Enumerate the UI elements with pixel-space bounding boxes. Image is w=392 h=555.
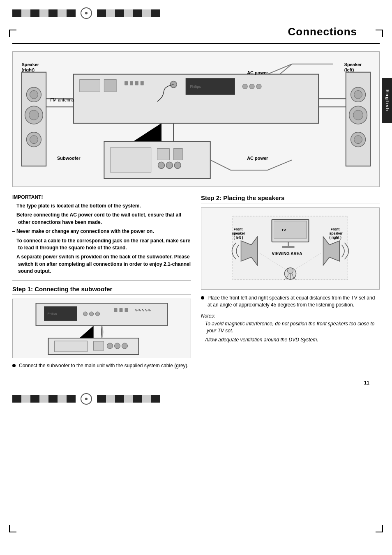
top-bar	[0, 0, 392, 19]
svg-text:Philips: Philips	[48, 312, 58, 315]
divider-1	[12, 280, 191, 281]
crosshair-icon	[81, 7, 92, 19]
svg-text:AC power: AC power	[247, 156, 268, 161]
important-bullet-4: To connect a cable to the corresponding …	[12, 237, 191, 252]
svg-point-13	[353, 110, 363, 120]
step2-diagram: TV VIEWING AREA	[201, 207, 380, 290]
important-bullet-1: The type plate is located at the bottom …	[12, 203, 191, 210]
step1-diagram: Philips ∿∿∿∿∿	[12, 299, 191, 358]
crosshair-bottom-icon	[81, 393, 92, 405]
svg-point-58	[122, 343, 128, 349]
bullet3-bold: Never make or change any connections wit…	[16, 228, 154, 234]
svg-rect-51	[125, 308, 128, 312]
svg-point-4	[29, 110, 39, 120]
svg-text:AC power: AC power	[247, 70, 268, 75]
body-content: IMPORTANT! The type plate is located at …	[12, 194, 380, 373]
svg-text:VIEWING AREA: VIEWING AREA	[272, 251, 302, 256]
bullet1-bold: The type plate is located at the bottom …	[16, 203, 141, 209]
corner-mark-tl	[9, 30, 16, 37]
svg-text:( left ): ( left )	[234, 235, 243, 240]
language-tab: English	[382, 78, 392, 123]
bullet4-bold: To connect a cable to the corresponding …	[16, 238, 190, 251]
notes-label: Notes:	[201, 313, 380, 319]
svg-rect-54	[55, 341, 88, 352]
svg-point-15	[354, 136, 362, 144]
svg-text:Front: Front	[331, 227, 340, 231]
svg-rect-21	[125, 81, 128, 85]
svg-point-11	[354, 90, 362, 99]
bullet-circle-2	[201, 296, 204, 299]
step2-heading: Step 2: Placing the speakers	[201, 194, 380, 203]
step2-bullet: Place the front left and right speakers …	[201, 295, 380, 309]
note-2: Allow adequate ventilation around the DV…	[201, 336, 380, 343]
important-bullet-2: Before connecting the AC power cord to t…	[12, 212, 191, 226]
svg-text:speaker: speaker	[330, 231, 343, 235]
bullet5-bold: A separate power switch is provided on t…	[16, 254, 191, 274]
svg-point-39	[174, 162, 181, 168]
svg-point-37	[158, 162, 165, 168]
svg-rect-19	[80, 80, 100, 92]
svg-point-38	[166, 162, 173, 168]
step1-bullet: Connect the subwoofer to the main unit w…	[12, 362, 191, 369]
main-connection-diagram: Speaker (right) Speaker (left) Philips	[12, 51, 380, 187]
svg-point-48	[96, 312, 100, 316]
bullet-circle-1	[12, 364, 16, 367]
page-title-area: Connections	[12, 22, 380, 44]
checker-bar-bottom-right	[97, 395, 160, 403]
svg-text:TV: TV	[281, 228, 286, 232]
svg-rect-50	[120, 308, 123, 312]
svg-text:Speaker: Speaker	[22, 62, 39, 67]
corner-mark-br	[376, 525, 383, 532]
left-column: IMPORTANT! The type plate is located at …	[12, 194, 191, 373]
page-title: Connections	[288, 25, 357, 38]
bullet2-bold: Before connecting the AC power cord to t…	[16, 212, 181, 225]
step1-bullet-text: Connect the subwoofer to the main unit w…	[19, 362, 189, 369]
svg-rect-23	[135, 81, 138, 85]
svg-point-29	[249, 84, 254, 89]
svg-text:(right): (right)	[22, 67, 35, 72]
svg-text:Front: Front	[234, 227, 243, 231]
right-column: Step 2: Placing the speakers TV	[201, 194, 380, 373]
svg-text:Speaker: Speaker	[344, 62, 362, 67]
checker-bar-left	[12, 9, 76, 17]
step1-heading: Step 1: Connecting the subwoofer	[12, 286, 191, 295]
svg-point-56	[107, 343, 113, 349]
svg-text:Philips: Philips	[190, 85, 201, 89]
svg-point-47	[90, 312, 94, 316]
important-bullet-5: A separate power switch is provided on t…	[12, 253, 191, 275]
note-1-text: To avoid magnetic interference, do not p…	[205, 321, 374, 334]
svg-rect-20	[104, 80, 116, 92]
svg-text:∿∿∿∿∿: ∿∿∿∿∿	[135, 308, 151, 312]
svg-point-6	[30, 136, 38, 144]
svg-text:Subwoofer: Subwoofer	[57, 156, 81, 161]
svg-point-2	[30, 90, 38, 99]
svg-rect-64	[282, 246, 295, 248]
svg-text:speaker: speaker	[232, 231, 246, 235]
svg-rect-36	[173, 149, 182, 160]
svg-point-46	[83, 312, 88, 316]
svg-text:(left): (left)	[344, 67, 354, 72]
svg-point-57	[115, 343, 120, 349]
svg-text:FM antenna: FM antenna	[50, 97, 74, 102]
corner-mark-tr	[376, 30, 383, 37]
step2-bullet-text: Place the front left and right speakers …	[208, 295, 380, 309]
svg-rect-49	[114, 308, 118, 312]
corner-mark-bl	[9, 525, 16, 532]
svg-rect-24	[141, 81, 144, 85]
svg-point-28	[242, 84, 247, 89]
checker-bar-bottom-left	[12, 395, 76, 403]
svg-rect-55	[94, 341, 104, 350]
svg-rect-22	[130, 81, 133, 85]
checker-bar-right	[97, 9, 160, 17]
page-number: 11	[0, 373, 392, 390]
svg-point-67	[288, 268, 293, 274]
important-heading: IMPORTANT!	[12, 194, 191, 200]
svg-rect-35	[157, 149, 170, 160]
svg-text:( right ): ( right )	[330, 235, 341, 240]
svg-rect-61	[274, 221, 307, 238]
svg-point-30	[256, 84, 261, 89]
note-1: To avoid magnetic interference, do not p…	[201, 320, 380, 335]
notes-section: Notes: To avoid magnetic interference, d…	[201, 313, 380, 343]
svg-rect-34	[110, 148, 151, 173]
note-2-text: Allow adequate ventilation around the DV…	[205, 337, 318, 343]
